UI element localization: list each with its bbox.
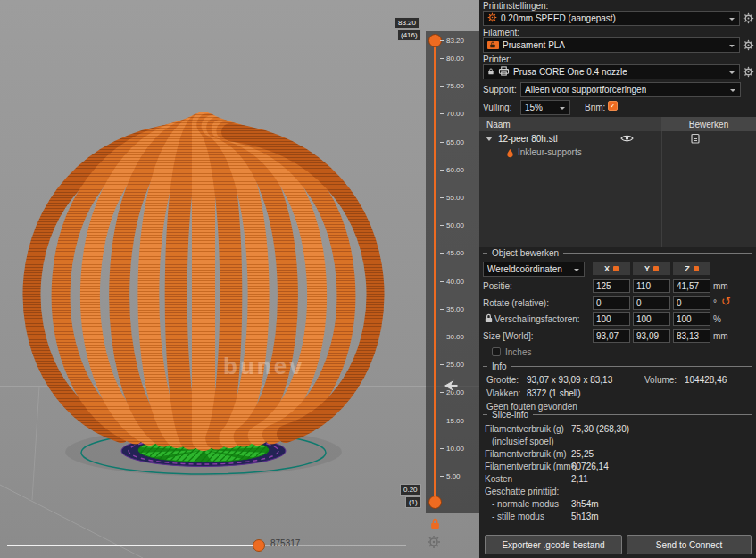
printer-icon [498,66,510,78]
y-value-input[interactable] [633,279,670,293]
slice-info-row: Filamentverbruik (m) 25,25 [479,448,756,461]
printer-gear-button[interactable] [743,66,754,79]
x-value-input[interactable] [593,312,630,326]
axis-chip-icon [653,266,659,271]
manipulation-row: Positie: mm [479,279,756,296]
bottom-height-tooltip: 0.20 [400,484,421,496]
3d-model[interactable] [31,123,375,439]
3d-viewport[interactable]: bunev [0,0,479,558]
collapse-caret-icon[interactable] [486,137,493,145]
slice-info-label: Filamentverbruik (mm³) [485,462,577,471]
layer-tick: 10.00 [440,445,464,453]
filament-color-chip [487,41,499,49]
layer-height-tooltip: 83.20 [395,17,420,29]
layer-tick: 35.00 [440,305,464,313]
object-name: 12-peer 80h.stl [498,134,558,144]
move-slider-track[interactable] [7,545,253,546]
axis-header: Y [633,262,670,275]
layer-tick: 50.00 [440,221,464,229]
object-list: Naam Bewerken 12-peer 80h.stl Inkleur-su… [479,117,756,247]
support-combo[interactable]: Alleen voor supportforceringen [520,82,741,97]
manipulation-row-label: Rotate (relative): [483,298,549,308]
brim-checkbox[interactable]: ✓ [608,101,618,111]
coordinate-system-combo[interactable]: Wereldcoördinaten [483,262,585,277]
slice-info-value: 25,25 [571,449,594,459]
print-settings-label: Printinstellingen: [483,1,548,11]
slice-info-value: 2,11 [571,474,588,484]
reset-rotation-icon[interactable]: ↺ [721,296,731,307]
slice-info-value: 60726,14 [571,462,609,471]
slice-info-row: - normale modus 3h54m [479,498,756,511]
object-subitem-row[interactable]: Inkleur-supports [479,146,756,160]
system-preset-lock-icon [487,67,494,77]
uniform-scale-lock-icon[interactable] [484,313,494,325]
y-value-input[interactable] [633,329,670,343]
layer-tick: 15.00 [440,417,464,425]
sidebar: Printinstellingen: 0.20mm SPEED (aangepa… [479,0,756,558]
x-value-input[interactable] [593,296,630,310]
slice-info-label: (inclusief spoel) [492,437,553,446]
check-icon: ✓ [610,102,616,110]
manipulation-row-label: Size [World]: [483,331,534,341]
x-value-input[interactable] [593,279,630,293]
column-edit-header: Bewerken [661,117,756,131]
paint-drop-icon [506,148,514,160]
axis-chip-icon [613,266,619,271]
move-slider-value: 875317 [270,538,300,548]
eye-icon[interactable] [620,134,634,145]
manipulation-row-label: Positie: [483,281,512,291]
filament-gear-button[interactable] [743,39,754,53]
move-slider-handle[interactable] [253,539,265,552]
unit-label: % [713,314,721,324]
infill-value: 15% [525,103,543,112]
size-value: 93,07 x 93,09 x 83,13 [527,375,612,385]
filament-value: Prusament PLA [503,40,565,50]
unit-label: ° [713,298,717,308]
facets-value: 8372 (1 shell) [527,388,581,398]
z-value-input[interactable] [673,296,710,310]
export-gcode-button[interactable]: Exporteer .gcode-bestand [485,535,622,554]
inches-checkbox[interactable] [492,347,501,356]
info-section-title: Info [483,362,752,371]
y-value-input[interactable] [633,296,670,310]
slice-info-label: - normale modus [492,499,559,509]
infill-label: Vulling: [483,103,511,112]
z-value-input[interactable] [673,329,710,343]
layer-tick: 5.00 [440,472,461,480]
manipulation-row: Size [World]: mm [479,329,756,346]
slice-info-row: Filamentverbruik (g) 75,30 (268,30) [479,423,756,436]
slice-info-label: - stille modus [492,512,544,521]
viewport-gear-icon[interactable] [427,535,441,551]
send-to-connect-button[interactable]: Send to Connect [627,535,752,554]
edit-page-icon[interactable] [690,133,701,146]
infill-combo[interactable]: 15% [520,100,570,115]
printer-combo[interactable]: Prusa CORE One 0.4 nozzle [483,64,740,79]
lock-icon[interactable] [429,518,441,531]
x-value-input[interactable] [593,329,630,343]
layer-tick: 30.00 [440,333,464,341]
printer-value: Prusa CORE One 0.4 nozzle [513,67,627,77]
bottom-layer-tooltip: (1) [405,496,421,508]
layer-number-tooltip: (416) [397,29,421,41]
slice-info-value: 5h13m [571,512,599,521]
layer-tick: 40.00 [440,278,464,286]
support-value: Alleen voor supportforceringen [525,85,646,95]
layer-slider-track[interactable] [434,40,436,503]
print-settings-combo[interactable]: 0.20mm SPEED (aangepast) [483,11,740,26]
manipulation-section-title: Object bewerken [483,248,752,258]
coordinate-system-value: Wereldcoördinaten [487,264,562,274]
layer-tick: 83.20 [440,37,464,45]
volume-label: Volume: [644,375,677,385]
z-value-input[interactable] [673,312,710,326]
slice-info-section-title: Slice-info [483,410,752,420]
object-row[interactable]: 12-peer 80h.stl [479,131,756,146]
slice-info-row: Geschatte printtijd: [479,486,756,498]
object-table-header: Naam Bewerken [479,117,756,131]
z-value-input[interactable] [673,279,710,293]
y-value-input[interactable] [633,312,670,326]
filament-combo[interactable]: Prusament PLA [483,37,740,53]
viewport: bunev 83.2080.0075.0070.0065.0060.0055.0… [0,0,479,558]
print-settings-gear-button[interactable] [743,12,754,26]
layer-tick: 80.00 [440,54,464,62]
unit-label: mm [713,281,728,291]
